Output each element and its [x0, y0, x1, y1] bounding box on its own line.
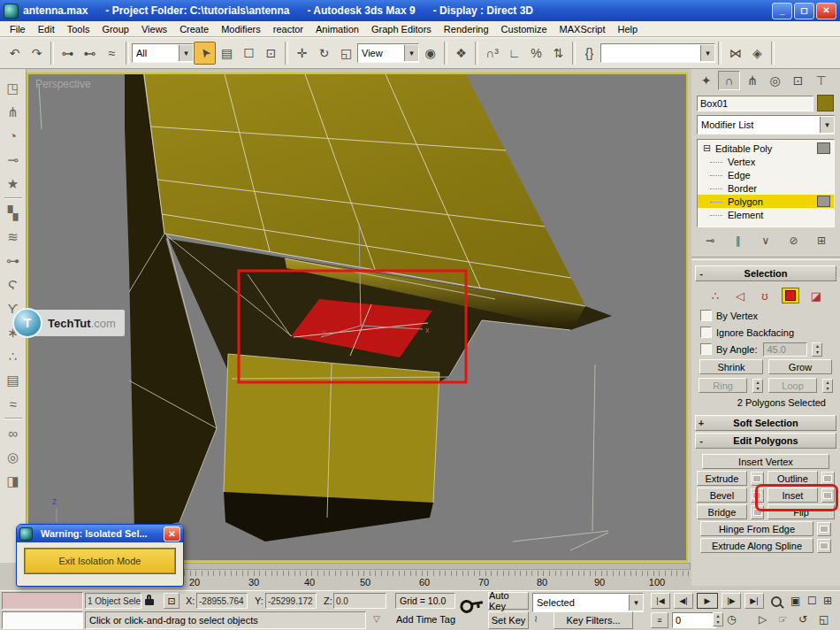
dropdown-arrow-icon[interactable]: ▾ [820, 117, 834, 133]
fracture-icon[interactable]: ▚ [3, 201, 24, 225]
zoom-all-icon[interactable]: ▣ [790, 595, 800, 607]
bevel-button[interactable]: Bevel [697, 488, 747, 503]
arc-rotate-icon[interactable]: ↺ [798, 613, 807, 626]
field-of-view-icon[interactable]: ▷ [759, 613, 767, 626]
menu-help[interactable]: Help [612, 24, 645, 35]
time-configuration-icon[interactable]: ◷ [727, 613, 736, 626]
named-selection-dropdown[interactable]: ▾ [600, 43, 715, 63]
minimize-button[interactable]: _ [772, 3, 792, 19]
undo-icon[interactable]: ↶ [4, 42, 26, 65]
key-mode-toggle-icon[interactable]: ≡ [651, 612, 668, 628]
preview-animation-icon[interactable]: ◨ [3, 469, 24, 493]
dropdown-arrow-icon[interactable]: ▾ [404, 45, 418, 61]
unlink-selection-icon[interactable]: ⊷ [79, 42, 101, 65]
rope-collection-icon[interactable]: ⊸ [3, 148, 24, 172]
y-coordinate-field[interactable] [265, 593, 317, 609]
angle-snap-toggle-icon[interactable]: ∟ [503, 42, 525, 65]
edit-polygons-rollout-header[interactable]: - Edit Polygons [695, 433, 836, 449]
cloth-collection-icon[interactable]: ⋔ [3, 100, 24, 124]
dashpot-icon[interactable]: ⊶ [3, 249, 24, 273]
border-subobject-icon[interactable]: ʊ [757, 289, 773, 303]
menu-animation[interactable]: Animation [309, 24, 365, 35]
edge-subobject-icon[interactable]: ◁ [732, 289, 748, 303]
tab-utilities-icon[interactable]: ⊤ [810, 71, 832, 90]
auto-key-button[interactable]: Auto Key [488, 592, 529, 610]
water-icon[interactable]: ≈ [3, 392, 24, 416]
hinge-from-edge-button[interactable]: Hinge From Edge [700, 521, 813, 536]
bind-to-space-warp-icon[interactable]: ≈ [101, 42, 123, 65]
make-unique-icon[interactable]: ∨ [756, 233, 775, 249]
go-to-end-icon[interactable]: ▶| [745, 593, 764, 609]
key-lock-icon[interactable] [460, 598, 485, 611]
collapse-icon[interactable]: ⊟ [702, 142, 712, 154]
vertex-subobject-icon[interactable]: ∴ [707, 289, 723, 303]
menu-maxscript[interactable]: MAXScript [554, 24, 612, 35]
soft-selection-rollout-header[interactable]: + Soft Selection [695, 415, 836, 431]
angle-field[interactable] [763, 342, 807, 357]
ring-button[interactable]: Ring [699, 378, 747, 393]
use-pivot-point-center-icon[interactable]: ◉ [419, 42, 441, 65]
menu-reactor[interactable]: reactor [267, 24, 309, 35]
model-canvas[interactable]: x y z [28, 74, 686, 560]
selection-filter-dropdown[interactable]: All ▾ [132, 43, 194, 63]
selection-set-dropdown[interactable]: Selected ▾ [532, 593, 644, 612]
selection-rollout-header[interactable]: - Selection [695, 265, 836, 281]
polygon-subobject-icon[interactable] [782, 288, 799, 303]
spinner-snap-toggle-icon[interactable]: ⇅ [547, 42, 569, 65]
play-button-icon[interactable]: ▶ [697, 593, 718, 609]
deforming-mesh-collection-icon[interactable]: ★ [3, 172, 24, 196]
next-frame-icon[interactable]: |▶ [722, 593, 741, 609]
dialog-title-bar[interactable]: Warning: Isolated Sel... ✕ [17, 525, 183, 542]
insert-vertex-button[interactable]: Insert Vertex [702, 454, 829, 469]
extrude-along-spline-button[interactable]: Extrude Along Spline [700, 538, 813, 553]
edit-named-selection-sets-icon[interactable]: {} [578, 42, 600, 65]
toy-car-icon[interactable]: ▤ [3, 368, 24, 392]
collapse-icon[interactable]: - [696, 268, 706, 279]
by-vertex-checkbox[interactable] [700, 310, 712, 321]
ignore-backfacing-checkbox[interactable] [700, 327, 712, 338]
menu-rendering[interactable]: Rendering [438, 24, 495, 35]
tab-modify-icon[interactable]: ∩ [718, 71, 740, 90]
reference-coordinate-dropdown[interactable]: View ▾ [357, 43, 419, 63]
window-crossing-icon[interactable]: ⊡ [260, 42, 282, 65]
current-frame-field[interactable] [672, 612, 716, 628]
go-to-start-icon[interactable]: |◀ [651, 593, 670, 609]
configure-modifier-sets-icon[interactable]: ⊞ [812, 233, 831, 249]
shrink-button[interactable]: Shrink [699, 359, 763, 374]
set-key-button[interactable]: Set Key [488, 611, 529, 629]
zoom-extents-all-icon[interactable]: ⊞ [823, 595, 832, 607]
add-time-tag[interactable]: Add Time Tag [396, 614, 455, 625]
menu-views[interactable]: Views [135, 24, 173, 35]
frame-spinner[interactable]: ▴▾ [713, 612, 723, 626]
ring-spinner[interactable]: ▴▾ [752, 379, 763, 393]
menu-edit[interactable]: Edit [32, 24, 61, 35]
element-subobject-icon[interactable]: ◪ [808, 289, 824, 303]
motor-icon[interactable]: ∴ [3, 344, 24, 368]
angle-spinner[interactable]: ▴▾ [812, 342, 822, 357]
percent-snap-toggle-icon[interactable]: % [525, 42, 547, 65]
selection-lock-icon[interactable] [145, 595, 154, 607]
by-angle-checkbox[interactable] [700, 343, 712, 355]
extrude-button[interactable]: Extrude [697, 471, 747, 486]
prompt-funnel-icon[interactable]: ▽ [373, 614, 380, 624]
zoom-icon[interactable] [771, 596, 782, 609]
rectangular-selection-region-icon[interactable]: ☐ [238, 42, 260, 65]
menu-graph-editors[interactable]: Graph Editors [365, 24, 438, 35]
exit-isolation-mode-button[interactable]: Exit Isolation Mode [25, 549, 175, 573]
stack-item-element[interactable]: Element [698, 208, 834, 221]
tab-display-icon[interactable]: ⊡ [787, 71, 809, 90]
modifier-list-dropdown[interactable]: Modifier List ▾ [697, 115, 835, 134]
object-color-swatch[interactable] [817, 95, 834, 111]
align-icon[interactable]: ◈ [746, 42, 768, 65]
hinge-constraint-icon[interactable]: Ϛ [3, 273, 24, 296]
extrude-along-spline-settings-icon[interactable] [817, 539, 831, 553]
previous-frame-icon[interactable]: ◀| [674, 593, 693, 609]
redo-icon[interactable]: ↷ [26, 42, 48, 65]
z-coordinate-field[interactable] [333, 593, 386, 609]
perspective-viewport[interactable]: x y z Perspective [27, 73, 688, 562]
menu-file[interactable]: File [4, 24, 32, 35]
mirror-icon[interactable]: ⋈ [724, 42, 746, 65]
default-tangent-curve-icon[interactable]: ≀ [534, 613, 538, 625]
hinge-settings-icon[interactable] [817, 522, 831, 536]
pin-stack-icon[interactable]: ⊸ [700, 233, 720, 249]
